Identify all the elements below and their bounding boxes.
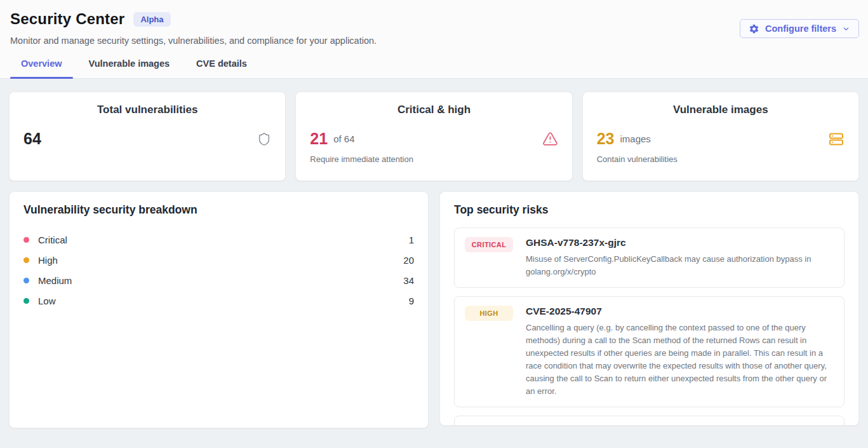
risk-list: CRITICAL GHSA-v778-237x-gjrc Misuse of S…: [454, 227, 845, 426]
title-row: Security Center Alpha: [10, 10, 859, 28]
stat-card-total-vulnerabilities: Total vulnerabilities 64: [9, 92, 286, 181]
stat-card-title: Total vulnerabilities: [23, 104, 271, 116]
tab-overview[interactable]: Overview: [10, 58, 73, 78]
severity-row-critical: Critical 1: [23, 229, 414, 250]
page-header: Security Center Alpha Monitor and manage…: [0, 0, 868, 79]
stat-card-title: Vulnerable images: [597, 104, 845, 116]
shield-icon: [257, 131, 271, 147]
risk-body: GHSA-v778-237x-gjrc Misuse of ServerConf…: [526, 237, 834, 278]
severity-label: Critical: [38, 234, 67, 245]
severity-value: 20: [403, 255, 414, 266]
stat-cards: Total vulnerabilities 64 Critical & high…: [9, 92, 859, 181]
alpha-badge: Alpha: [133, 12, 170, 27]
stat-value-row: 21 of 64: [310, 130, 558, 148]
low-dot: [23, 298, 29, 304]
severity-row-medium: Medium 34: [23, 270, 414, 290]
vulnerability-breakdown-panel: Vulnerability security breakdown Critica…: [9, 191, 429, 428]
stat-card-critical-high: Critical & high 21 of 64 Require immedia…: [295, 92, 572, 181]
risk-id: CVE-2025-9086: [526, 425, 596, 426]
risk-description: Misuse of ServerConfig.PublicKeyCallback…: [526, 253, 834, 278]
configure-filters-button[interactable]: Configure filters: [740, 19, 859, 38]
severity-label: Medium: [38, 275, 72, 286]
severity-list: Critical 1 High 20 Medium 34 Low 9: [23, 229, 414, 311]
page-title: Security Center: [10, 10, 124, 28]
panel-row: Vulnerability security breakdown Critica…: [9, 191, 859, 428]
critical-high-value: 21: [310, 130, 328, 148]
risk-body: CVE-2025-47907 Cancelling a query (e.g. …: [526, 306, 834, 398]
server-icon: [828, 132, 845, 147]
stat-card-title: Critical & high: [310, 104, 558, 116]
severity-badge-high: HIGH: [465, 306, 513, 321]
risk-description: Cancelling a query (e.g. by cancelling t…: [526, 322, 834, 398]
tab-bar: Overview Vulnerable images CVE details: [10, 58, 859, 78]
critical-high-suffix: of 64: [333, 133, 354, 144]
risk-id: GHSA-v778-237x-gjrc: [526, 237, 834, 248]
vulnerable-images-value: 23: [597, 130, 615, 148]
risk-item-ghsa-v778-237x-gjrc[interactable]: CRITICAL GHSA-v778-237x-gjrc Misuse of S…: [454, 227, 845, 288]
severity-label: High: [38, 255, 58, 266]
severity-row-low: Low 9: [23, 290, 414, 311]
stat-value-row: 64: [23, 130, 271, 148]
risk-item-cve-2025-47907[interactable]: HIGH CVE-2025-47907 Cancelling a query (…: [454, 296, 845, 407]
vulnerable-images-suffix: images: [620, 133, 650, 144]
gear-icon: [749, 24, 759, 34]
main-content: Total vulnerabilities 64 Critical & high…: [0, 79, 868, 428]
risk-item-cve-2025-9086[interactable]: HIGH CVE-2025-9086: [454, 416, 845, 426]
vulnerable-images-subtext: Contain vulnerabilities: [597, 154, 845, 164]
risk-body: CVE-2025-9086: [526, 425, 596, 426]
medium-dot: [23, 278, 29, 283]
critical-dot: [23, 237, 29, 243]
severity-badge-critical: CRITICAL: [465, 237, 513, 252]
stat-card-vulnerable-images: Vulnerable images 23 images Contain vuln…: [582, 92, 859, 181]
tab-cve-details[interactable]: CVE details: [185, 58, 258, 78]
tab-vulnerable-images[interactable]: Vulnerable images: [78, 58, 181, 78]
stat-value-row: 23 images: [597, 130, 845, 148]
total-vulnerabilities-value: 64: [23, 130, 41, 148]
severity-value: 9: [409, 295, 414, 306]
alert-triangle-icon: [542, 131, 558, 147]
critical-high-subtext: Require immediate attention: [310, 154, 558, 164]
page-subtitle: Monitor and manage security settings, vu…: [10, 36, 859, 46]
chevron-down-icon: [842, 25, 850, 33]
top-security-risks-panel: Top security risks CRITICAL GHSA-v778-23…: [439, 191, 859, 426]
severity-badge-high: HIGH: [465, 425, 513, 426]
high-dot: [23, 257, 29, 263]
severity-label: Low: [38, 295, 56, 306]
configure-filters-label: Configure filters: [765, 24, 836, 34]
severity-value: 1: [409, 234, 414, 245]
breakdown-title: Vulnerability security breakdown: [23, 203, 414, 217]
severity-row-high: High 20: [23, 250, 414, 270]
top-risks-title: Top security risks: [454, 203, 845, 217]
severity-value: 34: [403, 275, 414, 286]
risk-id: CVE-2025-47907: [526, 306, 834, 317]
